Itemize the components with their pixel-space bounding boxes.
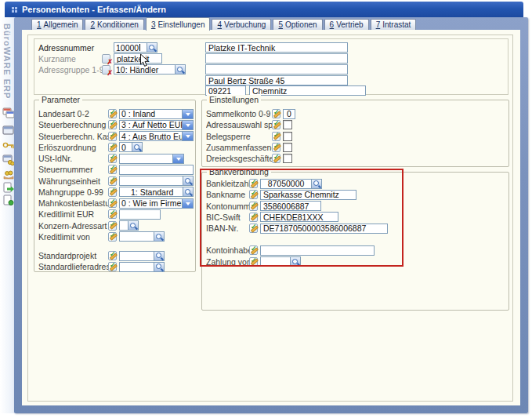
edit-field-icon [108, 187, 117, 197]
landesart-combobox[interactable]: 0 : Inland [119, 109, 194, 119]
bankverbindung-groupbox: Bankverbindung Bankleitzahl 87050000 Ban… [201, 172, 509, 311]
lookup-button[interactable] [154, 263, 164, 271]
chevron-down-icon[interactable] [182, 121, 193, 129]
tab-intrastat[interactable]: 7Intrastat [371, 19, 417, 30]
edit-field-icon [108, 165, 117, 174]
bankleitzahl-input[interactable]: 87050000 [260, 179, 322, 189]
field-konzern-adressart: Konzern-Adressart [34, 220, 195, 231]
kreditlimit-eur-input[interactable] [119, 209, 161, 220]
standardprojekt-input[interactable] [119, 251, 165, 261]
program-window-icon[interactable] [2, 125, 15, 136]
edit-field-icon [249, 224, 258, 233]
erloeszuordnung-input[interactable]: 0 [119, 142, 143, 152]
field-standardprojekt: Standardprojekt [34, 250, 195, 261]
steuerberechn-kasse-combobox[interactable]: 4 : Aus Brutto Euro [119, 131, 194, 141]
edit-field-icon [108, 262, 117, 271]
clear-field-icon[interactable] [102, 65, 110, 75]
chevron-down-icon[interactable] [182, 199, 193, 208]
field-label: Kurzname [38, 54, 102, 64]
standardlieferadresse-input[interactable] [119, 262, 165, 272]
zahlung-von-input[interactable] [260, 256, 301, 267]
kurzname-input[interactable]: platzke it [114, 53, 162, 64]
edit-field-icon [108, 198, 117, 208]
field-sammelkonto: Sammelkonto 0-9 0 [202, 108, 508, 119]
edit-field-icon [108, 154, 117, 163]
steuernummer-input[interactable] [119, 165, 194, 175]
lookup-button[interactable] [311, 180, 321, 188]
edit-field-icon [272, 132, 280, 141]
kreditlimit-von-input[interactable] [119, 231, 165, 242]
field-label: Adressgruppe 1-99 [38, 65, 102, 75]
sammelkonto-input[interactable]: 0 [283, 109, 295, 119]
parameter-groupbox: Parameter Landesart 0-2 0 : Inland Steue… [34, 100, 196, 272]
name1-input[interactable]: Platzke IT-Technik [205, 42, 348, 53]
lookup-button[interactable] [183, 187, 193, 196]
field-adressnummer: Adressnummer 10000 [38, 42, 157, 53]
export-document-icon[interactable] [2, 182, 15, 193]
adressnummer-input[interactable]: 10000 [114, 42, 157, 53]
tab-optionen[interactable]: 5Optionen [273, 19, 322, 30]
ust-idnr-combobox[interactable] [119, 154, 184, 164]
document-ok-icon[interactable] [2, 194, 15, 205]
bankname-input[interactable]: Sparkasse Chemnitz [260, 190, 356, 200]
kontonummer-input[interactable]: 3586006887 [260, 201, 321, 211]
edit-field-icon [249, 213, 258, 222]
address-panel: Adressnummer 10000 Kurzname platzke it A… [34, 38, 508, 95]
tab-vertrieb[interactable]: 6Vertrieb [324, 19, 369, 30]
address-cards-icon[interactable] [2, 107, 15, 118]
edit-field-icon [108, 109, 117, 118]
lookup-button[interactable] [290, 257, 300, 266]
edit-field-icon [272, 120, 280, 129]
window-title: Personenkonten - Erfassen/Ändern [22, 5, 166, 14]
hand-coins-icon[interactable] [2, 169, 15, 180]
lookup-button[interactable] [154, 232, 164, 241]
lookup-button[interactable] [183, 176, 193, 185]
tab-verbuchung[interactable]: 4Verbuchung [212, 19, 271, 30]
lookup-button[interactable] [132, 143, 142, 151]
tab-konditionen[interactable]: 2Konditionen [85, 19, 143, 30]
adressauswahl-sperren-checkbox[interactable] [283, 120, 292, 129]
key-icon[interactable] [2, 140, 15, 151]
mahngruppe-input[interactable]: 1: Standard [119, 187, 194, 197]
name3-input[interactable] [205, 64, 348, 75]
field-kurzname: Kurzname platzke it [38, 53, 162, 64]
street-input[interactable]: Paul Bertz Straße 45 [205, 75, 348, 85]
field-adressauswahl-sperren: Adressauswahl sperren [202, 119, 508, 130]
brand-vertical-text: BüroWARE ERP [2, 24, 12, 99]
adressgruppe-input[interactable]: 10: Händler [114, 64, 186, 75]
window-titlebar[interactable]: Personenkonten - Erfassen/Ändern [5, 2, 523, 17]
waehrungseinheit-input[interactable] [119, 176, 194, 186]
kontoinhaber-input[interactable] [260, 245, 375, 256]
clear-field-icon[interactable] [102, 54, 110, 64]
field-kontonummer: Kontonummer 3586006887 [202, 201, 508, 212]
einstellungen-groupbox: Einstellungen Sammelkonto 0-9 0 Adressau… [201, 100, 509, 167]
text-caret [139, 44, 140, 51]
groupbox-title: Bankverbindung [207, 167, 271, 176]
mahnkostenbelastung-combobox[interactable]: 0 : Wie im Firmenstamm eing [119, 198, 194, 209]
field-kontoinhaber: Kontoinhaber [202, 245, 508, 256]
zusammenfassende-meldung-checkbox[interactable] [283, 143, 292, 152]
bic-swift-input[interactable]: CHEKDE81XXX [260, 212, 338, 222]
chevron-down-icon[interactable] [182, 110, 193, 118]
belegsperre-checkbox[interactable] [283, 132, 292, 141]
field-bankname: Bankname Sparkasse Chemnitz [202, 189, 508, 200]
lookup-button[interactable] [147, 43, 157, 52]
edit-field-icon [249, 257, 258, 267]
field-steuernummer: Steuernummer [34, 164, 195, 175]
tab-allgemein[interactable]: 1Allgemein [31, 19, 83, 30]
edit-field-icon [108, 120, 117, 129]
tab-einstellungen[interactable]: 3Einstellungen [146, 17, 211, 31]
groupbox-title: Einstellungen [207, 95, 261, 104]
cash-windows-icon[interactable] [2, 154, 15, 165]
chevron-down-icon[interactable] [172, 154, 183, 163]
name2-input[interactable] [205, 53, 348, 64]
steuerberechnung-combobox[interactable]: 3 : Auf Netto EUR [119, 120, 194, 130]
konzern-adressart-input[interactable] [119, 220, 139, 231]
lookup-button[interactable] [154, 252, 164, 260]
city-input[interactable]: Chemnitz [249, 85, 366, 96]
lookup-button[interactable] [128, 221, 138, 230]
dreiecksgeschaefte-checkbox[interactable] [283, 154, 292, 163]
iban-input[interactable]: DE71870500003586006887 [260, 224, 388, 234]
lookup-button[interactable] [175, 65, 185, 74]
chevron-down-icon[interactable] [182, 132, 193, 140]
